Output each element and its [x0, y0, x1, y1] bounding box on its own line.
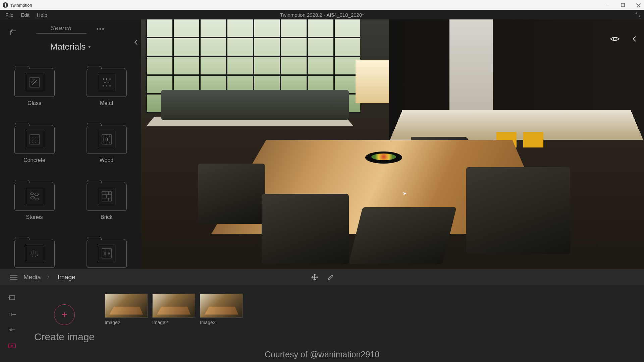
chevron-down-icon: ▾ — [88, 44, 91, 50]
concrete-icon — [26, 131, 43, 148]
menu-help[interactable]: Help — [34, 11, 51, 19]
thumb-image — [105, 294, 148, 318]
svg-point-22 — [32, 142, 33, 143]
window-controls — [604, 2, 641, 8]
folder-concrete[interactable]: Concrete — [13, 125, 55, 163]
svg-point-46 — [613, 38, 616, 40]
svg-point-21 — [38, 140, 38, 140]
category-dropdown[interactable]: Materials ▾ — [0, 42, 141, 52]
svg-point-29 — [36, 198, 39, 200]
svg-point-8 — [106, 79, 107, 80]
breadcrumb-current[interactable]: Image — [58, 274, 75, 281]
svg-point-19 — [32, 140, 33, 140]
folder-label: Glass — [28, 100, 41, 106]
dock-bar: Media 〉 Image — [0, 269, 644, 285]
panel-toggle-icon[interactable] — [632, 36, 637, 42]
move-tool-icon[interactable] — [311, 273, 319, 281]
menu-bar: File Edit Help Twinmotion 2020.2 - AI54_… — [0, 10, 644, 19]
visibility-icon[interactable] — [610, 36, 620, 42]
svg-point-14 — [109, 85, 110, 86]
media-thumb[interactable]: Image2 — [105, 294, 148, 325]
create-image-label: Create image — [34, 331, 95, 343]
dock-icon-column — [0, 285, 24, 362]
ground-icon — [26, 245, 43, 262]
svg-rect-15 — [30, 135, 39, 144]
svg-point-10 — [104, 82, 105, 83]
breadcrumb-root[interactable]: Media — [23, 274, 41, 281]
folder-label: Concrete — [23, 157, 45, 163]
app-name: Twinmotion — [10, 3, 32, 8]
window-titlebar: Twinmotion — [0, 0, 644, 10]
close-button[interactable] — [635, 2, 641, 8]
svg-point-13 — [106, 85, 107, 86]
svg-line-5 — [32, 80, 37, 85]
eyedropper-tool-icon[interactable] — [327, 274, 333, 281]
render-scene — [141, 19, 644, 269]
plastic-icon — [98, 245, 115, 262]
search-input[interactable]: Search — [36, 25, 87, 34]
create-image-block[interactable]: + Create image — [24, 285, 105, 362]
folder-stones[interactable]: Stones — [13, 182, 55, 220]
credit-text: Courtesy of @wanimation2910 — [265, 350, 379, 359]
svg-point-18 — [38, 137, 38, 137]
viewport-3d[interactable]: ➤ — [141, 19, 644, 269]
media-thumb[interactable]: Image2 — [152, 294, 195, 325]
import-icon[interactable] — [8, 294, 16, 301]
svg-point-44 — [37, 255, 38, 256]
maximize-button[interactable] — [620, 2, 626, 8]
svg-point-50 — [14, 314, 16, 315]
dock-menu-icon[interactable] — [10, 275, 17, 280]
folder-label: Wood — [100, 157, 114, 163]
svg-point-17 — [35, 137, 36, 137]
svg-point-26 — [30, 193, 34, 195]
path-icon[interactable] — [8, 310, 16, 317]
folder-label: Stones — [26, 214, 43, 220]
svg-rect-1 — [621, 3, 625, 7]
media-thumb[interactable]: Image3 — [200, 294, 243, 325]
folder-glass[interactable]: Glass — [13, 68, 55, 106]
svg-point-28 — [31, 196, 35, 199]
svg-point-27 — [35, 193, 39, 196]
panel-collapse-icon[interactable] — [133, 39, 138, 46]
add-icon: + — [54, 304, 75, 325]
document-title: Twinmotion 2020.2 - AI54_010_2020* — [280, 12, 364, 18]
folder-label: Metal — [100, 100, 113, 106]
svg-point-23 — [35, 142, 36, 143]
svg-point-20 — [35, 140, 36, 140]
svg-point-43 — [35, 256, 36, 257]
media-panel: + Create image Image2 Image2 Image3 Cour… — [0, 285, 644, 362]
folder-label: Brick — [101, 214, 113, 220]
menu-edit[interactable]: Edit — [17, 11, 33, 19]
thumb-label: Image2 — [152, 320, 195, 325]
thumb-image — [200, 294, 243, 318]
brick-icon — [98, 188, 115, 205]
svg-rect-24 — [102, 135, 111, 144]
minimize-button[interactable] — [604, 2, 610, 8]
category-label: Materials — [50, 42, 86, 52]
svg-line-6 — [31, 79, 35, 82]
folder-metal[interactable]: Metal — [86, 68, 127, 106]
svg-point-7 — [103, 79, 104, 80]
main-area: Search ••• Materials ▾ Glass Metal Concr… — [0, 19, 644, 269]
material-folders: Glass Metal Concrete Wood Stones Brick — [0, 52, 141, 284]
metal-icon — [98, 74, 115, 91]
svg-point-11 — [108, 82, 109, 83]
up-level-icon[interactable] — [8, 25, 19, 40]
thumb-label: Image2 — [105, 320, 148, 325]
titlebar-left: Twinmotion — [3, 2, 32, 8]
wood-icon — [98, 131, 115, 148]
media-thumbnails: Image2 Image2 Image3 — [105, 285, 243, 362]
thumb-image — [152, 294, 195, 318]
settings-slider-icon[interactable] — [8, 326, 16, 333]
svg-point-16 — [32, 137, 33, 137]
svg-point-9 — [109, 79, 110, 80]
folder-brick[interactable]: Brick — [86, 182, 127, 220]
folder-wood[interactable]: Wood — [86, 125, 127, 163]
media-export-icon[interactable] — [8, 343, 16, 349]
expand-icon[interactable] — [635, 12, 641, 17]
more-options-icon[interactable]: ••• — [97, 26, 105, 33]
app-logo-icon — [3, 2, 8, 8]
svg-point-12 — [103, 85, 104, 86]
svg-point-42 — [32, 256, 33, 256]
menu-file[interactable]: File — [2, 11, 17, 19]
